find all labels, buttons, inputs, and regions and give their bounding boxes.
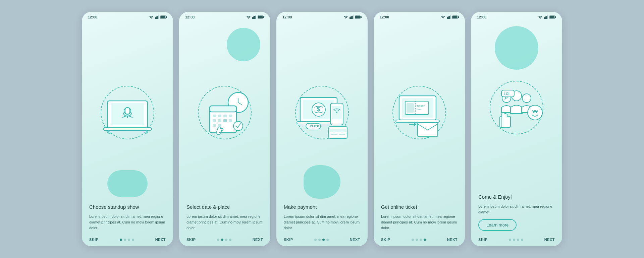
dot-3-3: [322, 239, 325, 241]
svg-rect-0: [155, 17, 156, 19]
svg-rect-29: [229, 115, 232, 117]
status-bar-5: 12:00: [471, 12, 562, 21]
svg-point-51: [336, 112, 337, 113]
laptop-mic-illustration: [94, 79, 161, 146]
svg-rect-79: [555, 17, 556, 18]
svg-rect-13: [252, 17, 253, 19]
dot-4-2: [416, 239, 418, 241]
svg-rect-52: [329, 127, 347, 138]
status-icons-3: [343, 15, 362, 19]
dot-3-4: [326, 239, 329, 241]
svg-rect-35: [218, 124, 221, 127]
skip-btn-4[interactable]: SKIP: [381, 238, 390, 242]
enjoy-illustration: LOL: [483, 74, 550, 141]
skip-btn-3[interactable]: SKIP: [284, 238, 293, 242]
svg-rect-74: [544, 17, 545, 19]
content-enjoy: Come & Enjoy! Lorem ipsum dolor sit dim …: [471, 194, 562, 235]
status-bar-4: 12:00: [374, 12, 465, 21]
content-standup: Choose standup show Lorem ipsum dolor si…: [82, 204, 173, 235]
svg-rect-27: [218, 115, 221, 117]
dot-1-3: [128, 239, 130, 241]
svg-rect-30: [213, 119, 216, 122]
svg-rect-43: [356, 16, 360, 18]
svg-rect-39: [352, 16, 353, 19]
status-icons-5: [538, 15, 556, 19]
svg-rect-59: [448, 17, 449, 19]
svg-rect-64: [453, 16, 457, 18]
skip-btn-1[interactable]: SKIP: [89, 238, 99, 242]
svg-rect-40: [353, 15, 354, 19]
next-btn-3[interactable]: NEXT: [350, 238, 360, 242]
payment-illustration: $ CLICK: [288, 79, 356, 146]
svg-rect-15: [254, 16, 255, 19]
battery-icon: [160, 15, 167, 19]
svg-text:••••••: ••••••: [417, 108, 422, 111]
screen-choose-standup: 12:00: [82, 12, 173, 246]
battery-icon-2: [258, 15, 264, 19]
svg-rect-38: [351, 17, 352, 19]
svg-text:LOL: LOL: [504, 92, 511, 96]
next-btn-1[interactable]: NEXT: [155, 238, 166, 242]
time-3: 12:00: [282, 15, 292, 19]
next-btn-4[interactable]: NEXT: [447, 238, 458, 242]
svg-rect-70: [407, 103, 414, 113]
svg-rect-6: [161, 16, 165, 18]
svg-rect-28: [223, 115, 227, 117]
svg-rect-42: [361, 17, 362, 18]
dot-3-1: [314, 239, 317, 241]
content-payment: Make payment Lorem ipsum dolor sit dim a…: [276, 204, 368, 235]
screens-container: 12:00: [82, 12, 562, 246]
dots-4: [412, 239, 426, 241]
svg-rect-53: [329, 129, 347, 132]
battery-icon-4: [452, 15, 459, 19]
status-icons-4: [441, 15, 459, 19]
svg-rect-37: [350, 17, 351, 19]
svg-rect-19: [258, 16, 263, 18]
signal-icon-3: [350, 15, 354, 19]
svg-text:TICKET: TICKET: [417, 105, 425, 107]
title-ticket: Get online ticket: [381, 204, 458, 210]
svg-rect-61: [450, 15, 451, 19]
dot-2-4: [229, 239, 231, 241]
title-standup: Choose standup show: [89, 204, 166, 210]
signal-icon-5: [544, 15, 548, 19]
next-btn-2[interactable]: NEXT: [253, 238, 263, 242]
signal-icon-4: [447, 15, 451, 19]
next-btn-5[interactable]: NEXT: [544, 238, 555, 242]
learn-more-button[interactable]: Learn more: [478, 219, 517, 231]
svg-rect-75: [545, 17, 546, 19]
svg-rect-67: [396, 120, 439, 122]
body-date: Lorem ipsum dolor sit dim amet, mea regi…: [186, 214, 263, 231]
content-date: Select date & place Lorem ipsum dolor si…: [179, 204, 270, 235]
svg-rect-1: [156, 17, 157, 19]
dots-1: [120, 239, 134, 241]
svg-rect-14: [253, 17, 254, 19]
content-ticket: Get online ticket Lorem ipsum dolor sit …: [374, 204, 465, 235]
battery-icon-3: [355, 15, 362, 19]
dot-1-4: [132, 239, 134, 241]
svg-text:$: $: [317, 106, 320, 113]
ticket-illustration: TICKET ••••••: [386, 79, 453, 146]
body-standup: Lorem ipsum dolor sit dim amet, mea regi…: [89, 214, 166, 231]
dot-5-1: [509, 239, 511, 241]
svg-rect-63: [458, 17, 459, 18]
illustration-payment: $ CLICK: [276, 21, 368, 204]
svg-rect-2: [157, 16, 158, 19]
wifi-icon-3: [343, 15, 348, 19]
status-bar-2: 12:00: [179, 12, 270, 21]
screen-enjoy: 12:00: [471, 12, 562, 246]
skip-btn-5[interactable]: SKIP: [478, 238, 488, 242]
calendar-clock-illustration: [191, 79, 258, 146]
illustration-standup: [82, 21, 173, 204]
svg-rect-32: [223, 119, 227, 122]
dots-2: [217, 239, 231, 241]
svg-rect-31: [218, 119, 221, 122]
title-date: Select date & place: [186, 204, 263, 210]
status-icons-1: [149, 15, 167, 19]
dot-2-1: [217, 239, 219, 241]
svg-rect-26: [213, 115, 216, 117]
bottom-nav-1: SKIP NEXT: [82, 235, 173, 246]
svg-rect-9: [103, 128, 152, 130]
body-payment: Lorem ipsum dolor sit dim amet, mea regi…: [284, 214, 360, 231]
skip-btn-2[interactable]: SKIP: [186, 238, 196, 242]
